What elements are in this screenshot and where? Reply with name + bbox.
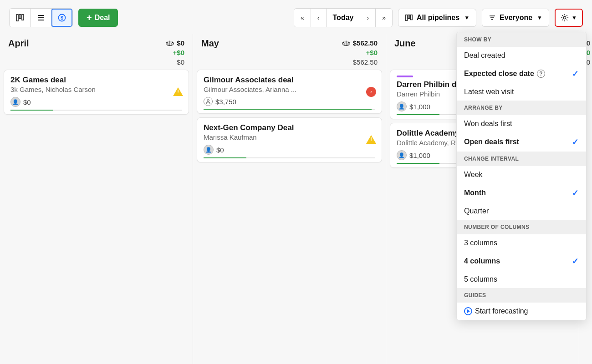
gear-icon	[561, 14, 569, 22]
forecast-icon: $	[57, 13, 66, 22]
avatar: 👤	[397, 101, 407, 111]
nav-prev-button[interactable]: ‹	[311, 9, 327, 27]
settings-option-week[interactable]: Week	[457, 166, 586, 183]
deal-card[interactable]: Next-Gen Company Deal Marissa Kaufman 👤 …	[197, 117, 382, 162]
column-delta-value: +$0	[342, 48, 378, 57]
kanban-view-button[interactable]	[10, 9, 31, 27]
deal-amount: $1,000	[409, 152, 430, 159]
settings-dropdown: SHOW BY Deal created Expected close date…	[456, 32, 587, 320]
chevron-double-left-icon: «	[301, 14, 304, 21]
column-delta-value: 0	[587, 48, 590, 57]
deal-amount: $0	[216, 146, 224, 154]
view-toggle-group: $	[9, 8, 73, 27]
column-summary: $562.50 +$0 $562.50	[342, 38, 378, 67]
svg-point-14	[563, 16, 566, 19]
avatar: 👤	[10, 97, 20, 107]
owner-filter-button[interactable]: Everyone ▼	[482, 9, 549, 27]
dropdown-section-header: CHANGE INTERVAL	[457, 152, 586, 166]
warning-icon	[173, 87, 183, 97]
kanban-icon	[15, 13, 25, 22]
play-icon	[464, 307, 472, 315]
toolbar: $ + Deal « ‹ Today › » All pipelines ▼ E…	[0, 0, 592, 34]
pipeline-filter-button[interactable]: All pipelines ▼	[398, 9, 476, 27]
nav-last-button[interactable]: »	[376, 9, 392, 27]
nav-next-button[interactable]: ›	[360, 9, 376, 27]
deal-subtitle: Gilmour Associates, Arianna ...	[204, 86, 375, 93]
settings-option-quarter[interactable]: Quarter	[457, 202, 586, 220]
column-title: June	[394, 38, 416, 67]
date-navigation: « ‹ Today › »	[294, 8, 393, 27]
column-header: April $0 +$0 $0	[0, 34, 193, 70]
avatar: 👤	[397, 150, 407, 160]
person-icon	[204, 97, 213, 106]
deal-title: Next-Gen Company Deal	[204, 123, 375, 132]
check-icon: ✓	[572, 69, 579, 79]
caret-down-icon: ▼	[537, 15, 542, 21]
chevron-left-icon: ‹	[317, 14, 320, 21]
settings-option-latest-web-visit[interactable]: Latest web visit	[457, 83, 586, 101]
deal-title: Gilmour Associates deal	[204, 76, 375, 85]
column-header: May $562.50 +$0 $562.50	[193, 34, 386, 70]
svg-point-15	[207, 100, 209, 101]
filter-icon	[489, 14, 496, 21]
deal-card[interactable]: Gilmour Associates deal Gilmour Associat…	[197, 70, 382, 114]
settings-option-expected-close-date[interactable]: Expected close date ? ✓	[457, 64, 586, 83]
settings-option-open-deals-first[interactable]: Open deals first✓	[457, 132, 586, 152]
svg-rect-1	[19, 15, 21, 19]
dropdown-section-header: NUMBER OF COLUMNS	[457, 220, 586, 234]
settings-option-won-deals-first[interactable]: Won deals first	[457, 115, 586, 132]
help-icon[interactable]: ?	[537, 70, 545, 78]
column-title: April	[8, 38, 29, 67]
forecast-column: May $562.50 +$0 $562.50 Gilmour Associat…	[193, 34, 386, 364]
add-deal-button[interactable]: + Deal	[78, 9, 118, 27]
check-icon: ✓	[572, 188, 579, 198]
settings-button[interactable]: ▼	[555, 9, 583, 27]
forecast-column: April $0 +$0 $0 2K Games deal 3k Games, …	[0, 34, 193, 364]
deal-amount: $3,750	[215, 98, 236, 106]
settings-option-4-columns[interactable]: 4 columns✓	[457, 252, 586, 271]
pipeline-icon	[405, 14, 413, 22]
settings-option-5-columns[interactable]: 5 columns	[457, 271, 586, 288]
svg-rect-10	[411, 15, 413, 20]
svg-rect-8	[406, 15, 408, 21]
nav-today-label: Today	[333, 14, 354, 22]
dropdown-section-header: ARRANGE BY	[457, 101, 586, 115]
settings-option-deal-created[interactable]: Deal created	[457, 47, 586, 64]
deal-amount: $0	[23, 98, 31, 106]
check-icon: ✓	[572, 137, 579, 147]
list-view-button[interactable]	[31, 9, 51, 27]
caret-down-icon: ▼	[464, 15, 470, 21]
column-forecast-value: $562.50	[353, 38, 378, 48]
dropdown-section-header: GUIDES	[457, 288, 586, 303]
check-icon: ✓	[572, 256, 579, 266]
dropdown-section-header: SHOW BY	[457, 32, 586, 47]
svg-rect-9	[408, 15, 410, 19]
overdue-icon: ‹	[366, 87, 376, 97]
deal-amount: $1,000	[409, 103, 430, 111]
column-total-value: $562.50	[342, 57, 378, 67]
avatar: 👤	[204, 145, 214, 155]
svg-rect-0	[16, 15, 18, 21]
settings-option-3-columns[interactable]: 3 columns	[457, 234, 586, 252]
caret-down-icon: ▼	[572, 15, 577, 21]
settings-option-month[interactable]: Month✓	[457, 183, 586, 202]
nav-today-button[interactable]: Today	[327, 9, 361, 27]
column-forecast-value: 0	[587, 38, 590, 48]
column-delta-value: +$0	[166, 48, 184, 57]
add-deal-label: Deal	[95, 14, 110, 22]
svg-rect-2	[22, 15, 24, 20]
forecast-view-button[interactable]: $	[51, 9, 72, 27]
scale-icon	[166, 40, 174, 46]
deal-tag	[397, 76, 413, 77]
deal-card[interactable]: 2K Games deal 3k Games, Nicholas Carson …	[4, 70, 189, 115]
pipeline-filter-label: All pipelines	[417, 14, 459, 22]
chevron-right-icon: ›	[367, 14, 369, 21]
deal-title: 2K Games deal	[10, 76, 182, 85]
settings-option-start-forecasting[interactable]: Start forecasting	[457, 303, 586, 320]
nav-first-button[interactable]: «	[294, 9, 311, 27]
column-total-value: $0	[166, 57, 184, 67]
column-title: May	[201, 38, 219, 67]
column-summary: 0 0 0	[587, 38, 590, 67]
svg-text:$: $	[61, 15, 63, 20]
column-total-value: 0	[587, 57, 590, 67]
